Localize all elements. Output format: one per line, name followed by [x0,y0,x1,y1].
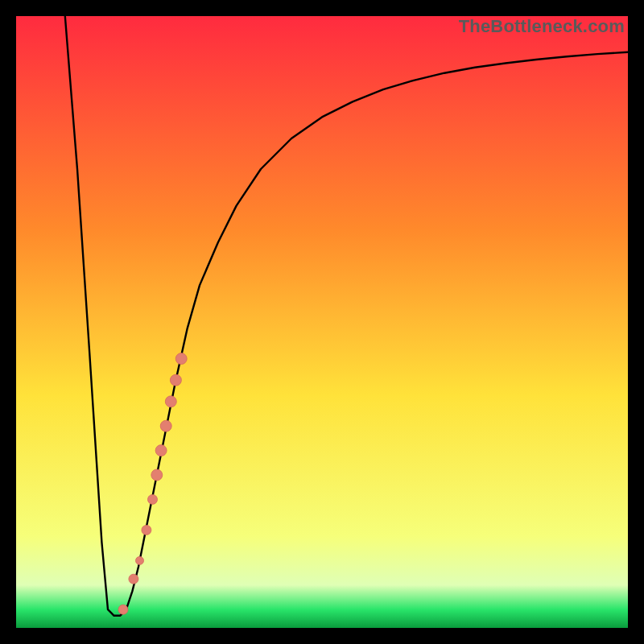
data-marker [142,525,151,535]
data-marker [148,494,158,504]
data-marker [136,556,144,564]
data-marker [155,445,167,456]
data-marker [165,396,176,407]
data-marker [170,374,181,386]
gradient-background [16,16,628,628]
data-marker [175,353,187,365]
chart-frame: TheBottleneck.com [0,0,644,644]
plot-area: TheBottleneck.com [16,16,628,628]
data-marker [160,420,171,431]
bottleneck-chart [16,16,628,628]
data-marker [151,469,163,481]
data-marker [118,605,128,614]
data-marker [129,574,138,584]
